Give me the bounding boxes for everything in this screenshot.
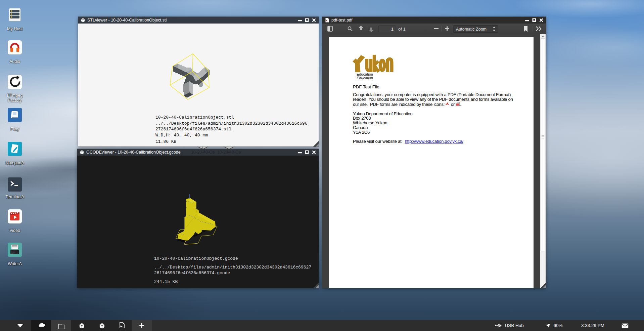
svg-text:1: 1 <box>391 27 394 32</box>
svg-text:of 1: of 1 <box>398 27 406 32</box>
svg-text:Automatic Zoom: Automatic Zoom <box>456 27 487 32</box>
